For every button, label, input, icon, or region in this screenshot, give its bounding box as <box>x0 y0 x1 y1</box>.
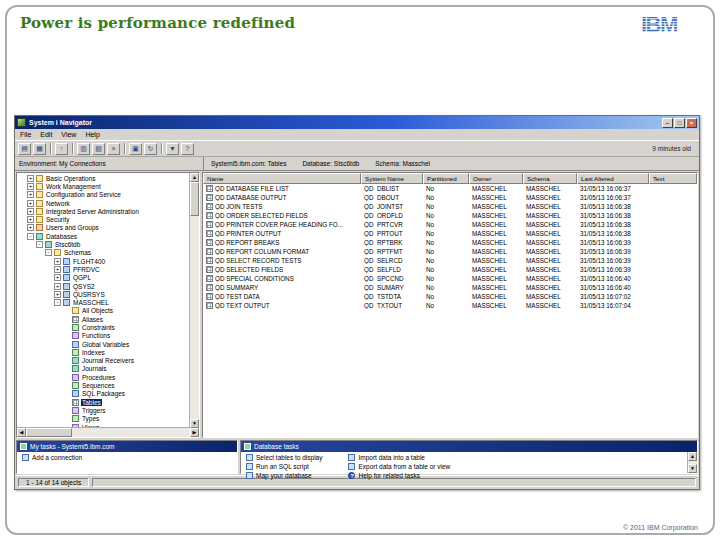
close-button[interactable]: × <box>686 118 697 128</box>
table-row[interactable]: QD SELECTED FIELDSQD_SELFLDNoMASSCHELMAS… <box>203 265 697 274</box>
table-row[interactable]: QD PRINTER COVER PAGE HEADING FO...QD_PR… <box>203 220 697 229</box>
window-titlebar[interactable]: System i Navigator –□× <box>15 116 699 129</box>
task-export-data-from-a-table-or-view[interactable]: Export data from a table or view <box>348 463 450 470</box>
expand-icon[interactable]: + <box>27 183 34 190</box>
expand-icon[interactable]: + <box>54 258 61 265</box>
sort-icon[interactable]: ▼ <box>166 143 179 155</box>
task-add-a-connection[interactable]: Add a connection <box>22 454 82 461</box>
column-header-name[interactable]: Name <box>203 173 361 184</box>
tree-item-all-objects[interactable]: All Objects <box>17 307 199 315</box>
tree-item-journal-receivers[interactable]: Journal Receivers <box>17 357 199 365</box>
expand-icon[interactable]: + <box>27 224 34 231</box>
table-row[interactable]: QD REPORT BREAKSQD_RPTBRKNoMASSCHELMASSC… <box>203 238 697 247</box>
tree-item-procedures[interactable]: Procedures <box>17 373 199 381</box>
tree-item-functions[interactable]: Functions <box>17 332 199 340</box>
task-map-your-database[interactable]: Map your database <box>246 472 322 479</box>
up-arrow-icon[interactable]: ↑ <box>55 143 68 155</box>
tree-item-triggers[interactable]: Triggers <box>17 406 199 414</box>
tree-item-users-and-groups[interactable]: +Users and Groups <box>17 224 199 232</box>
task-select-tables-to-display[interactable]: Select tables to display <box>246 454 322 461</box>
expand-icon[interactable]: + <box>27 216 34 223</box>
table-row[interactable]: QD TEST DATAQD_TSTDTANoMASSCHELMASSCHEL3… <box>203 292 697 301</box>
tree-item-schemas[interactable]: -Schemas <box>17 249 199 257</box>
column-header-last-altered[interactable]: Last Altered <box>577 173 649 184</box>
expand-icon[interactable]: + <box>54 266 61 273</box>
scroll-up-icon[interactable]: ▲ <box>688 452 697 461</box>
tree-item-aliases[interactable]: Aliases <box>17 315 199 323</box>
tree-item-qgpl[interactable]: +QGPL <box>17 274 199 282</box>
tree-item-configuration-and-service[interactable]: +Configuration and Service <box>17 191 199 199</box>
table-row[interactable]: QD DATABASE FILE LISTQD_DBLISTNoMASSCHEL… <box>203 184 697 193</box>
expand-icon[interactable]: + <box>54 291 61 298</box>
expand-icon[interactable]: + <box>54 274 61 281</box>
refresh-icon[interactable]: ↻ <box>144 143 157 155</box>
expand-icon[interactable]: + <box>27 175 34 182</box>
table-row[interactable]: QD JOIN TESTSQD_JOINTSTNoMASSCHELMASSCHE… <box>203 202 697 211</box>
path-segment-1[interactable]: Database: Stsc6tdb <box>302 160 359 167</box>
collapse-icon[interactable]: - <box>45 249 52 256</box>
column-header-owner[interactable]: Owner <box>469 173 523 184</box>
column-header-partitioned[interactable]: Partitioned <box>423 173 469 184</box>
tree-item-flght400[interactable]: +FLGHT400 <box>17 257 199 265</box>
scroll-left-icon[interactable]: ◀ <box>17 428 26 437</box>
tree-item-stsc6tdb[interactable]: -Stsc6tdb <box>17 240 199 248</box>
tree-view-icon[interactable]: ▤ <box>18 143 31 155</box>
tree-item-journals[interactable]: Journals <box>17 365 199 373</box>
maximize-button[interactable]: □ <box>674 118 685 128</box>
tree-item-sql-packages[interactable]: SQL Packages <box>17 390 199 398</box>
table-row[interactable]: QD SPECIAL CONDITIONSQD_SPCCNDNoMASSCHEL… <box>203 274 697 283</box>
tree-item-basic-operations[interactable]: +Basic Operations <box>17 174 199 182</box>
help-icon[interactable]: ? <box>181 143 194 155</box>
paste-icon[interactable]: ▧ <box>92 143 105 155</box>
collapse-icon[interactable]: - <box>54 299 61 306</box>
scroll-down-icon[interactable]: ▼ <box>688 464 697 473</box>
expand-icon[interactable]: + <box>54 283 61 290</box>
tree-item-global-variables[interactable]: Global Variables <box>17 340 199 348</box>
scroll-down-icon[interactable]: ▼ <box>190 419 199 428</box>
minimize-button[interactable]: – <box>662 118 673 128</box>
table-row[interactable]: QD SUMMARYQD_SUMARYNoMASSCHELMASSCHEL31/… <box>203 283 697 292</box>
expand-icon[interactable]: + <box>27 191 34 198</box>
tree-item-qsys2[interactable]: +QSYS2 <box>17 282 199 290</box>
tree-item-pfrdvc[interactable]: +PFRDVC <box>17 265 199 273</box>
menu-item-edit[interactable]: Edit <box>40 131 52 138</box>
scrollbar-thumb[interactable] <box>26 428 72 437</box>
collapse-icon[interactable]: - <box>27 233 34 240</box>
path-segment-0[interactable]: Systemi5.ibm.com: Tables <box>211 160 286 167</box>
task-help-for-related-tasks[interactable]: ?Help for related tasks <box>348 472 450 479</box>
table-row[interactable]: QD SELECT RECORD TESTSQD_SELRCDNoMASSCHE… <box>203 256 697 265</box>
properties-icon[interactable]: ▣ <box>129 143 142 155</box>
tasks-vertical-scrollbar[interactable]: ▲ ▼ <box>687 452 697 473</box>
tree-item-work-management[interactable]: +Work Management <box>17 182 199 190</box>
column-header-schema[interactable]: Schema <box>523 173 577 184</box>
menu-item-view[interactable]: View <box>61 131 76 138</box>
tree-item-indexes[interactable]: Indexes <box>17 348 199 356</box>
scroll-right-icon[interactable]: ▶ <box>190 428 199 437</box>
task-run-an-sql-script[interactable]: Run an SQL script <box>246 463 322 470</box>
scroll-up-icon[interactable]: ▲ <box>190 173 199 182</box>
tree-item-constraints[interactable]: Constraints <box>17 323 199 331</box>
tree-horizontal-scrollbar[interactable]: ◀ ▶ <box>17 427 199 437</box>
menu-item-help[interactable]: Help <box>85 131 99 138</box>
expand-icon[interactable]: + <box>27 200 34 207</box>
tree-vertical-scrollbar[interactable]: ▲ ▼ <box>189 173 199 428</box>
tree-item-network[interactable]: +Network <box>17 199 199 207</box>
tree-item-tables[interactable]: Tables <box>17 398 199 406</box>
scrollbar-thumb[interactable] <box>190 182 199 216</box>
tree-item-types[interactable]: Types <box>17 415 199 423</box>
table-row[interactable]: QD ORDER SELECTED FIELDSQD_ORDFLDNoMASSC… <box>203 211 697 220</box>
tree-item-databases[interactable]: -Databases <box>17 232 199 240</box>
column-header-text[interactable]: Text <box>649 173 697 184</box>
table-row[interactable]: QD REPORT COLUMN FORMATQD_RPTFMTNoMASSCH… <box>203 247 697 256</box>
menu-item-file[interactable]: File <box>20 131 31 138</box>
tree-item-integrated-server-administration[interactable]: +Integrated Server Administration <box>17 207 199 215</box>
tree-item-qusrsys[interactable]: +QUSRSYS <box>17 290 199 298</box>
table-row[interactable]: QD PRINTER OUTPUTQD_PRTOUTNoMASSCHELMASS… <box>203 229 697 238</box>
expand-icon[interactable]: + <box>27 208 34 215</box>
details-view-icon[interactable]: ▦ <box>33 143 46 155</box>
copy-icon[interactable]: ▥ <box>77 143 90 155</box>
path-segment-2[interactable]: Schema: Masschel <box>375 160 430 167</box>
collapse-icon[interactable]: - <box>36 241 43 248</box>
tree-item-masschel[interactable]: -MASSCHEL <box>17 298 199 306</box>
tree-item-sequences[interactable]: Sequences <box>17 381 199 389</box>
